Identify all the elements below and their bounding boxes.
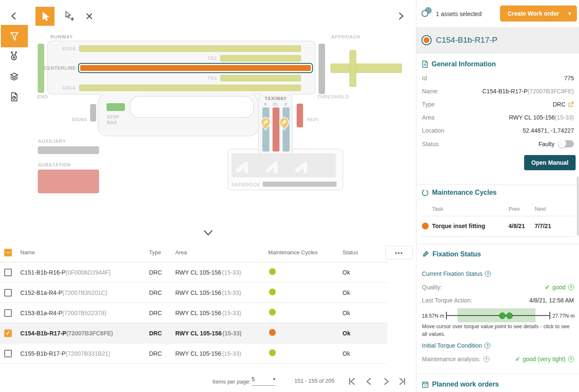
help-icon[interactable]: ? bbox=[484, 356, 489, 362]
prev-page-button[interactable] bbox=[364, 376, 375, 388]
table-row[interactable]: C153-B1a-R4-P(72007B522378) DRC RWY CL 1… bbox=[0, 303, 387, 323]
stop-bar-label-line2: BAR bbox=[107, 120, 117, 125]
tdz-lights-bar-bottom[interactable] bbox=[220, 75, 301, 81]
row-checkbox[interactable] bbox=[4, 309, 12, 317]
torque-value-point[interactable] bbox=[506, 313, 513, 319]
maintenance-status-dot bbox=[269, 349, 276, 356]
asset-management-app: RUNWAY EDGE TDZ CENTERLINE TDZ EDGE END … bbox=[0, 0, 579, 392]
planned-work-orders-title: Planned work orders bbox=[422, 381, 499, 388]
help-icon[interactable]: ? bbox=[484, 343, 490, 348]
help-icon[interactable]: ? bbox=[568, 356, 574, 362]
check-icon: ✓ bbox=[6, 330, 11, 336]
asset-runway: (15-33) bbox=[223, 330, 242, 337]
torque-value-point[interactable] bbox=[499, 313, 506, 319]
tdz-lights-bar-top[interactable] bbox=[220, 55, 301, 61]
id-value: 775 bbox=[564, 75, 574, 82]
first-page-button[interactable] bbox=[346, 376, 357, 388]
approach-lights-horizontal-bar[interactable] bbox=[331, 64, 402, 73]
last-page-button[interactable] bbox=[397, 376, 408, 388]
next-column-header: Next bbox=[535, 206, 546, 212]
check-icon: ✓ bbox=[545, 284, 550, 291]
field-status: Status Faulty bbox=[422, 140, 574, 147]
stop-bar[interactable] bbox=[107, 103, 125, 111]
safedock-bar[interactable] bbox=[263, 182, 337, 187]
edge-lights-bar-bottom[interactable] bbox=[79, 85, 301, 91]
asset-serial: (72007B331B21) bbox=[65, 350, 110, 357]
external-link-icon[interactable] bbox=[568, 101, 574, 107]
torque-max-label: 27.77N·m bbox=[552, 313, 575, 319]
table-row[interactable]: C151-B1b-R16-P(0F0006D2944F) DRC RWY CL … bbox=[0, 262, 387, 283]
select-all-checkbox[interactable]: − bbox=[4, 249, 12, 256]
runway-end-lights-bar[interactable] bbox=[38, 44, 44, 93]
substation-label: SUBSTATION bbox=[38, 162, 71, 167]
items-per-page-select[interactable]: 5 ▾ bbox=[252, 376, 275, 386]
centerline-lights-bar-selected[interactable] bbox=[80, 65, 311, 71]
collapse-map-button[interactable] bbox=[201, 227, 215, 238]
col-header-name[interactable]: Name bbox=[20, 249, 149, 256]
items-per-page-value: 5 bbox=[252, 376, 255, 382]
chevron-down-icon bbox=[202, 229, 214, 237]
field-id: Id 775 bbox=[422, 75, 574, 82]
auxiliary-bar[interactable] bbox=[38, 147, 99, 154]
col-header-maintenance[interactable]: Maintenance Cycles bbox=[268, 249, 343, 256]
asset-area: RWY CL 105-156 bbox=[175, 269, 221, 276]
maintenance-cycles-title: Maintenance Cycles bbox=[421, 189, 497, 196]
asset-status: Ok bbox=[343, 269, 387, 276]
centerline-label: CENTERLINE bbox=[44, 65, 76, 71]
asset-type: DRC bbox=[149, 330, 175, 337]
help-icon[interactable]: ? bbox=[568, 284, 574, 290]
table-options-button[interactable]: ••• bbox=[386, 246, 413, 259]
last-torque-label: Last Torque Action: bbox=[422, 297, 472, 304]
maintenance-task-row[interactable] bbox=[422, 223, 429, 231]
table-row[interactable]: C152-B1a-R4-P(72007B35201C) DRC RWY CL 1… bbox=[0, 283, 387, 303]
analysis-label: Maintenance analysis: bbox=[422, 356, 481, 362]
taxiway-cl-label: CL bbox=[273, 102, 279, 106]
edge-label-bottom: EDGE bbox=[63, 85, 76, 90]
panel-scrollbar-thumb[interactable] bbox=[577, 177, 579, 236]
caret-down-icon[interactable]: ▾ bbox=[568, 11, 571, 16]
open-manual-button[interactable]: Open Manual bbox=[524, 155, 576, 170]
selected-assets-icon bbox=[421, 7, 432, 18]
type-value: DRC bbox=[553, 101, 565, 108]
row-checkbox[interactable] bbox=[4, 350, 12, 357]
location-value: 52.44871, -1.74227 bbox=[523, 127, 574, 134]
end-label: END bbox=[37, 94, 48, 99]
approach-label: APPROACH bbox=[331, 34, 360, 39]
papi-bar[interactable] bbox=[297, 104, 303, 127]
initial-torque-condition-link[interactable]: Initial Torque Condition ? bbox=[422, 342, 490, 349]
tdz-label-top: TDZ bbox=[208, 56, 217, 61]
col-header-status[interactable]: Status bbox=[343, 249, 387, 256]
approach-lights-vertical-bar[interactable] bbox=[350, 50, 356, 87]
fixation-status-title: Fixation Status bbox=[421, 250, 481, 258]
field-type: Type DRC bbox=[422, 101, 574, 108]
next-page-button[interactable] bbox=[381, 376, 391, 388]
threshold-bar[interactable] bbox=[319, 44, 325, 94]
check-icon: ✓ bbox=[515, 356, 520, 362]
signs-bar[interactable] bbox=[90, 104, 96, 121]
help-icon[interactable]: ? bbox=[485, 271, 491, 277]
asset-type: DRC bbox=[149, 350, 175, 357]
taxiway-e-label-right: E bbox=[285, 102, 287, 106]
substation-rect[interactable] bbox=[38, 170, 99, 193]
asset-name: C151-B1b-R16-P bbox=[20, 269, 65, 276]
asset-type: DRC bbox=[149, 269, 175, 276]
row-checkbox[interactable] bbox=[4, 269, 12, 276]
table-row-selected[interactable]: ✓ C154-B1b-R17-P(72007B3FC8FE) DRC RWY C… bbox=[0, 323, 387, 343]
edge-lights-bar-top[interactable] bbox=[79, 46, 301, 52]
asset-status: Ok bbox=[343, 289, 387, 296]
col-header-area[interactable]: Area bbox=[175, 249, 268, 256]
caret-down-icon: ▾ bbox=[273, 376, 275, 382]
current-fixation-status-link[interactable]: Current Fixation Status ? bbox=[422, 270, 491, 277]
asset-runway: (15-33) bbox=[222, 310, 241, 316]
table-row[interactable]: C155-B1b-R17-P(72007B331B21) DRC RWY CL … bbox=[0, 343, 387, 364]
last-page-icon bbox=[397, 376, 408, 387]
asset-serial: (0F0006D2944F) bbox=[65, 269, 111, 276]
row-checkbox[interactable] bbox=[4, 289, 12, 297]
taxiway-centerline-bar[interactable] bbox=[273, 108, 279, 151]
row-checkbox-checked[interactable]: ✓ bbox=[4, 329, 12, 337]
col-header-type[interactable]: Type bbox=[149, 249, 175, 256]
row-divider bbox=[421, 236, 574, 237]
faulty-toggle[interactable] bbox=[559, 140, 574, 147]
create-work-order-button[interactable]: Create Work order ▾ bbox=[500, 5, 577, 22]
prev-column-header: Prev bbox=[508, 206, 520, 212]
